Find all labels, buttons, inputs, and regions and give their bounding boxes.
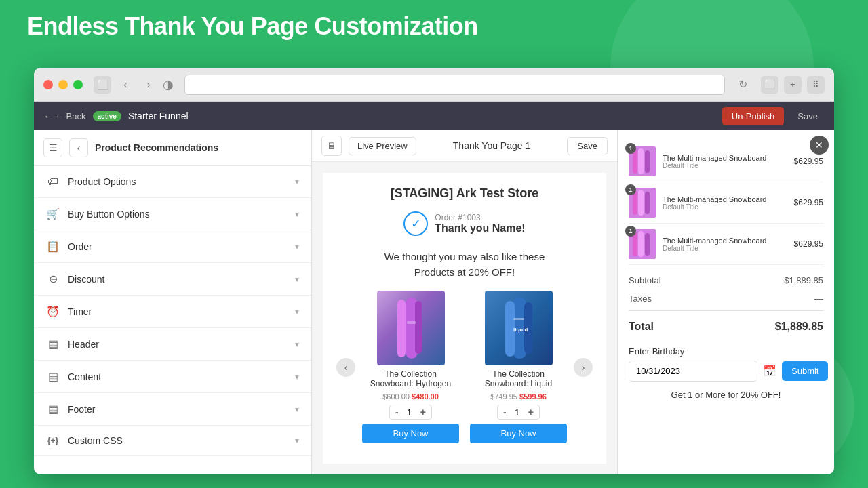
qty-value-1: 1 xyxy=(404,407,415,418)
buy-now-button-2[interactable]: Buy Now xyxy=(470,424,567,443)
back-button[interactable]: ← ← Back xyxy=(43,111,86,121)
birthday-section: Enter Birthday 📅 Submit xyxy=(629,346,823,382)
checkmark-icon: ✓ xyxy=(403,211,428,236)
chevron-down-icon-5: ▾ xyxy=(295,307,299,317)
svg-rect-10 xyxy=(638,148,644,174)
browser-toolbar: ⬜ ‹ › ◑ ↻ ⬜ + ⠿ xyxy=(34,68,834,102)
item-name-2: The Multi-managed Snowboard xyxy=(663,195,787,203)
product-options-icon: 🏷 xyxy=(46,176,60,188)
buy-button-icon: 🛒 xyxy=(46,207,60,220)
qty-value-2: 1 xyxy=(512,407,523,418)
sidebar-item-discount[interactable]: ⊖ Discount ▾ xyxy=(34,263,311,296)
birthday-input[interactable] xyxy=(629,361,757,382)
total-value: $1,889.85 xyxy=(775,321,823,333)
buy-button-label: Buy Button Options xyxy=(68,209,287,220)
address-bar[interactable] xyxy=(184,75,725,95)
item-qty-badge-1: 1 xyxy=(625,143,636,154)
order-number: Order #1003 xyxy=(435,213,525,222)
birthday-label: Enter Birthday xyxy=(629,346,823,357)
header-label: Header xyxy=(68,339,287,350)
header-icon: ▤ xyxy=(46,338,60,350)
brightness-button[interactable]: ◑ xyxy=(163,77,174,92)
traffic-light-green[interactable] xyxy=(73,80,83,89)
close-button[interactable]: ✕ xyxy=(810,136,829,155)
order-item-2: 1 The Multi-managed Snowboard Default Ti… xyxy=(629,182,823,224)
live-preview-button[interactable]: Live Preview xyxy=(349,137,416,155)
item-qty-badge-2: 1 xyxy=(625,184,636,195)
svg-rect-14 xyxy=(638,190,644,216)
item-details-3: The Multi-managed Snowboard Default Titl… xyxy=(663,237,787,252)
browser-window: ⬜ ‹ › ◑ ↻ ⬜ + ⠿ ← ← Back active Starter … xyxy=(34,68,834,474)
main-area: ✕ ☰ ‹ Product Recommendations 🏷 Product … xyxy=(34,130,834,474)
sidebar-collapse-button[interactable]: ☰ xyxy=(43,138,62,157)
back-nav-button[interactable]: ‹ xyxy=(117,76,134,94)
order-confirm: ✓ Order #1003 Thank you Name! xyxy=(336,211,593,236)
svg-rect-1 xyxy=(397,300,406,357)
qty-decrease-2[interactable]: - xyxy=(503,407,507,418)
traffic-light-yellow[interactable] xyxy=(58,80,68,89)
carousel-next-button[interactable]: › xyxy=(574,358,593,377)
preview-device-button[interactable]: 🖥 xyxy=(321,136,342,156)
taxes-line: Taxes — xyxy=(629,289,823,308)
preview-toolbar: 🖥 Live Preview Thank You Page 1 Save xyxy=(312,130,617,162)
subtotal-line: Subtotal $1,889.85 xyxy=(629,271,823,289)
order-icon: 📋 xyxy=(46,240,60,253)
sidebar-item-buy-button-options[interactable]: 🛒 Buy Button Options ▾ xyxy=(34,198,311,230)
discount-icon: ⊖ xyxy=(46,272,60,285)
summary-divider-2 xyxy=(629,310,823,311)
page-preview: [STAGING] Ark Test Store ✓ Order #1003 T… xyxy=(323,173,606,464)
window-mode-button[interactable]: ⬜ xyxy=(94,76,111,94)
sidebar-item-order[interactable]: 📋 Order ▾ xyxy=(34,230,311,263)
products-carousel: ‹ xyxy=(336,291,593,443)
calendar-icon[interactable]: 📅 xyxy=(763,365,776,378)
grid-button[interactable]: ⠿ xyxy=(807,76,825,94)
product-image-2: liquid xyxy=(485,291,553,365)
item-price-1: $629.95 xyxy=(794,157,823,166)
sidebar-back-button[interactable]: ‹ xyxy=(69,138,88,157)
svg-rect-8 xyxy=(513,318,524,320)
traffic-light-red[interactable] xyxy=(43,80,53,89)
sidebar-item-custom-css[interactable]: {+} Custom CSS ▾ xyxy=(34,426,311,456)
forward-nav-button[interactable]: › xyxy=(140,76,157,94)
custom-css-label: Custom CSS xyxy=(68,435,287,446)
preview-scroll-area: [STAGING] Ark Test Store ✓ Order #1003 T… xyxy=(312,162,617,474)
carousel-prev-button[interactable]: ‹ xyxy=(336,358,355,377)
product-name-1: The CollectionSnowboard: Hydrogen xyxy=(370,369,451,388)
sidebar-header: ☰ ‹ Product Recommendations xyxy=(34,130,311,166)
chevron-down-icon-7: ▾ xyxy=(295,372,299,382)
upsell-text: We thought you may also like theseProduc… xyxy=(336,249,593,280)
sidebar-item-header[interactable]: ▤ Header ▾ xyxy=(34,328,311,361)
svg-text:liquid: liquid xyxy=(513,327,528,333)
subtotal-value: $1,889.85 xyxy=(784,275,823,285)
chevron-down-icon-3: ▾ xyxy=(295,242,299,251)
item-qty-badge-3: 1 xyxy=(625,226,636,237)
qty-increase-1[interactable]: + xyxy=(420,407,426,418)
chevron-down-icon-9: ▾ xyxy=(295,436,299,445)
product-prices-1: $600.00 $480.00 xyxy=(382,392,439,401)
buy-now-button-1[interactable]: Buy Now xyxy=(362,424,459,443)
item-image-2: 1 xyxy=(629,188,656,218)
new-tab-button[interactable]: + xyxy=(784,76,802,94)
sidebar-item-timer[interactable]: ⏰ Timer ▾ xyxy=(34,296,311,328)
taxes-label: Taxes xyxy=(629,293,652,304)
save-preview-button[interactable]: Save xyxy=(567,137,608,155)
item-price-3: $629.95 xyxy=(794,239,823,249)
save-top-button[interactable]: Save xyxy=(791,107,825,125)
original-price-1: $600.00 xyxy=(382,392,410,401)
qty-increase-2[interactable]: + xyxy=(528,407,534,418)
sidebar-item-footer[interactable]: ▤ Footer ▾ xyxy=(34,393,311,426)
discount-label: Discount xyxy=(68,274,287,285)
submit-button[interactable]: Submit xyxy=(782,361,828,381)
tab-button[interactable]: ⬜ xyxy=(761,76,778,94)
refresh-button[interactable]: ↻ xyxy=(736,75,750,94)
thank-you-message: Thank you Name! xyxy=(435,222,525,235)
store-name: [STAGING] Ark Test Store xyxy=(336,186,593,201)
back-label: ← Back xyxy=(55,111,86,121)
qty-decrease-1[interactable]: - xyxy=(395,407,399,418)
chevron-down-icon: ▾ xyxy=(295,177,299,186)
product-image-1 xyxy=(377,291,445,365)
sidebar-item-product-options[interactable]: 🏷 Product Options ▾ xyxy=(34,166,311,198)
unpublish-button[interactable]: Un-Publish xyxy=(722,107,785,125)
sidebar-item-content[interactable]: ▤ Content ▾ xyxy=(34,361,311,393)
content-label: Content xyxy=(68,371,287,382)
